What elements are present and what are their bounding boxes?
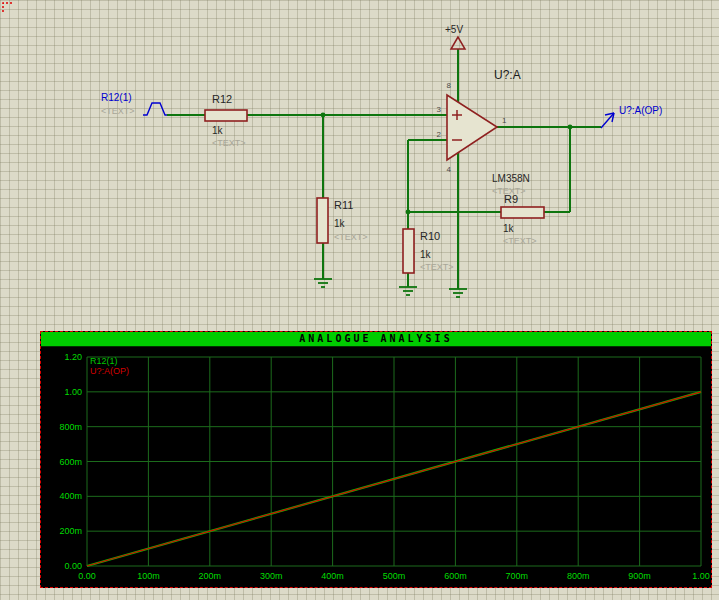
- r9-value: 1k: [503, 223, 515, 234]
- junction-dot: [406, 210, 411, 215]
- pin-number-noninv: 3: [437, 105, 442, 114]
- analysis-graph-window[interactable]: ANALOGUE ANALYSIS 0.00100m200m300m400m50…: [40, 331, 712, 588]
- r9-ref: R9: [504, 193, 518, 205]
- graph-title-bar[interactable]: ANALOGUE ANALYSIS: [41, 332, 711, 347]
- x-tick-label: 0.00: [78, 571, 96, 581]
- pin-number-vminus: 4: [447, 165, 452, 174]
- plot-area-wrapper: 0.00100m200m300m400m500m600m700m800m900m…: [41, 347, 711, 587]
- resistor-r9[interactable]: [501, 207, 544, 218]
- y-tick-label: 0.00: [64, 561, 82, 571]
- input-terminal-label: R12(1): [101, 92, 132, 103]
- resistor-r11[interactable]: [317, 198, 328, 243]
- y-tick-label: 1.00: [64, 387, 82, 397]
- r11-ref: R11: [334, 199, 353, 211]
- wires[interactable]: [167, 49, 601, 289]
- pin-number-out: 1: [502, 116, 507, 125]
- x-tick-label: 500m: [383, 571, 406, 581]
- r12-ref: R12: [212, 93, 232, 105]
- resistor-r12[interactable]: [205, 110, 247, 121]
- ground-symbol[interactable]: [314, 279, 332, 287]
- x-tick-label: 700m: [506, 571, 529, 581]
- power-terminal-icon[interactable]: [451, 37, 465, 49]
- sheet-corner-marker: [3, 3, 12, 12]
- analysis-plot[interactable]: 0.00100m200m300m400m500m600m700m800m900m…: [41, 347, 711, 588]
- junction-dot: [568, 125, 573, 130]
- ground-symbol[interactable]: [399, 287, 417, 295]
- ground-symbol[interactable]: [449, 289, 467, 297]
- x-tick-label: 1.00: [692, 571, 710, 581]
- y-tick-label: 200m: [59, 526, 82, 536]
- r10-placeholder: <TEXT>: [420, 262, 454, 272]
- x-tick-label: 800m: [567, 571, 590, 581]
- x-tick-label: 600m: [444, 571, 467, 581]
- junction-dot: [321, 113, 326, 118]
- r11-value: 1k: [334, 218, 346, 229]
- power-label: +5V: [445, 24, 463, 35]
- y-tick-label: 800m: [59, 422, 82, 432]
- r9-placeholder: <TEXT>: [503, 236, 537, 246]
- input-terminal-icon[interactable]: [143, 103, 167, 115]
- r11-placeholder: <TEXT>: [334, 232, 368, 242]
- y-tick-label: 1.20: [64, 352, 82, 362]
- r10-ref: R10: [420, 230, 440, 242]
- x-tick-label: 200m: [199, 571, 222, 581]
- legend-entry: U?:A(OP): [90, 366, 129, 376]
- legend-entry: R12(1): [90, 356, 118, 366]
- output-terminal-label: U?:A(OP): [619, 105, 662, 116]
- x-tick-label: 300m: [260, 571, 283, 581]
- opamp-symbol[interactable]: [447, 95, 497, 160]
- output-terminal-icon[interactable]: [601, 113, 614, 128]
- r12-value: 1k: [212, 125, 224, 136]
- schematic-canvas[interactable]: +5V U?:A LM358N <TEXT> 3 2 1 8 4 R12 1k …: [0, 0, 719, 600]
- x-tick-label: 900m: [628, 571, 651, 581]
- input-terminal-placeholder: <TEXT>: [101, 106, 135, 116]
- r12-placeholder: <TEXT>: [212, 138, 246, 148]
- pin-number-inv: 2: [437, 130, 442, 139]
- schematic-sheet[interactable]: +5V U?:A LM358N <TEXT> 3 2 1 8 4 R12 1k …: [0, 0, 719, 330]
- opamp-ref: U?:A: [494, 68, 521, 82]
- resistor-r10[interactable]: [403, 229, 414, 273]
- pin-number-vplus: 8: [447, 81, 452, 90]
- x-tick-label: 100m: [137, 571, 160, 581]
- opamp-part: LM358N: [492, 173, 530, 184]
- y-tick-label: 600m: [59, 457, 82, 467]
- r10-value: 1k: [420, 249, 432, 260]
- x-tick-label: 400m: [321, 571, 344, 581]
- y-tick-label: 400m: [59, 491, 82, 501]
